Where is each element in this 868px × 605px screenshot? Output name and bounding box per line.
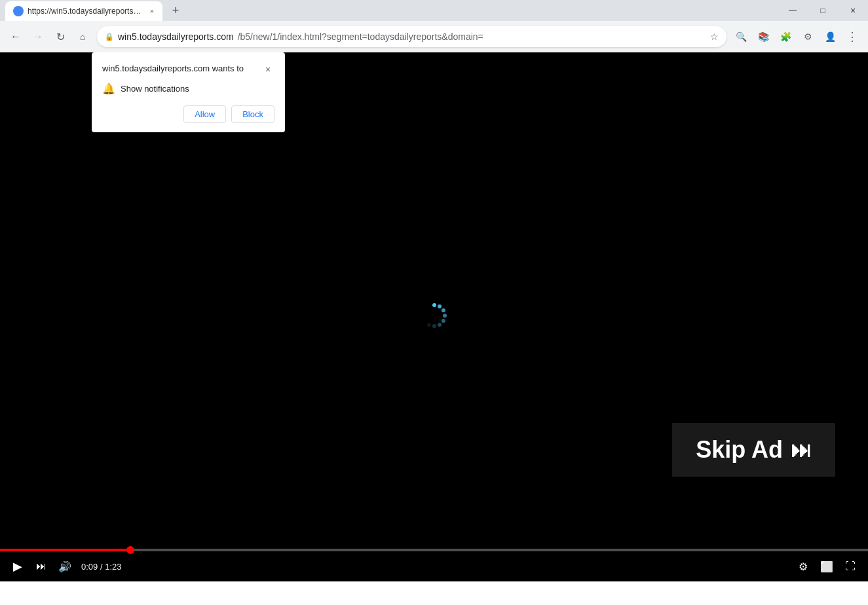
svg-point-2 [441, 308, 445, 312]
extensions-button[interactable]: 🧩 [775, 26, 796, 47]
browser-tab[interactable]: https://win5.todaysdailyreports.c... × [5, 1, 162, 21]
bookmark-icon[interactable]: ☆ [710, 31, 719, 42]
tab-favicon [13, 6, 24, 16]
close-button[interactable]: × [838, 0, 868, 21]
volume-button[interactable]: 🔊 [55, 557, 75, 576]
zoom-button[interactable]: 🔍 [730, 26, 751, 47]
play-button[interactable]: ▶ [8, 557, 28, 576]
popup-close-icon[interactable]: × [261, 63, 274, 76]
back-button[interactable]: ← [5, 26, 26, 47]
loading-spinner: @keyframes spin { from { transform: rota… [420, 301, 449, 333]
new-tab-button[interactable]: + [166, 1, 185, 20]
skip-ad-icon: ⏭ [791, 438, 812, 462]
progress-thumb [126, 546, 134, 554]
theater-mode-button[interactable]: ⬜ [817, 557, 837, 576]
block-button[interactable]: Block [231, 105, 274, 123]
bell-icon: 🔔 [102, 82, 115, 95]
popup-title: win5.todaysdailyreports.com wants to [102, 63, 244, 75]
maximize-button[interactable]: □ [808, 0, 838, 21]
history-button[interactable]: 📚 [753, 26, 774, 47]
menu-button[interactable]: ⋮ [842, 26, 863, 47]
svg-point-6 [432, 324, 436, 328]
spinner-svg: @keyframes spin { from { transform: rota… [420, 301, 449, 330]
address-domain: win5.todaysdailyreports.com [118, 31, 234, 42]
notification-popup: win5.todaysdailyreports.com wants to × 🔔… [92, 52, 285, 132]
svg-point-7 [427, 323, 431, 327]
reload-button[interactable]: ↻ [50, 26, 71, 47]
tab-close-icon[interactable]: × [147, 6, 157, 16]
svg-point-0 [432, 303, 436, 307]
video-controls-area: ▶ ⏭ 🔊 0:09 / 1:23 ⚙ ⬜ ⛶ [0, 549, 868, 581]
fullscreen-button[interactable]: ⛶ [840, 557, 860, 576]
profile-button[interactable]: 👤 [820, 26, 840, 47]
progress-bar[interactable] [0, 549, 868, 551]
svg-point-3 [443, 314, 447, 318]
forward-button: → [28, 26, 48, 47]
svg-point-4 [441, 319, 445, 323]
tab-title: https://win5.todaysdailyreports.c... [28, 7, 143, 16]
video-settings-button[interactable]: ⚙ [793, 557, 813, 576]
popup-item-text: Show notifications [121, 84, 189, 94]
progress-fill [0, 549, 130, 551]
lock-icon: 🔒 [105, 33, 114, 41]
svg-point-5 [438, 323, 442, 327]
skip-ad-button[interactable]: Skip Ad ⏭ [672, 423, 835, 477]
settings-button[interactable]: ⚙ [797, 26, 818, 47]
address-path: /b5/new/1/index.html?segment=todaysdaily… [238, 31, 483, 42]
minimize-button[interactable]: — [778, 0, 808, 21]
next-button[interactable]: ⏭ [31, 557, 51, 576]
home-button[interactable]: ⌂ [72, 26, 93, 47]
time-display: 0:09 / 1:23 [81, 562, 121, 572]
allow-button[interactable]: Allow [183, 105, 226, 123]
svg-point-1 [438, 304, 442, 308]
skip-ad-label: Skip Ad [696, 436, 783, 464]
content-area: win5.todaysdailyreports.com wants to × 🔔… [0, 52, 868, 581]
address-bar[interactable]: 🔒 win5.todaysdailyreports.com/b5/new/1/i… [97, 26, 726, 47]
